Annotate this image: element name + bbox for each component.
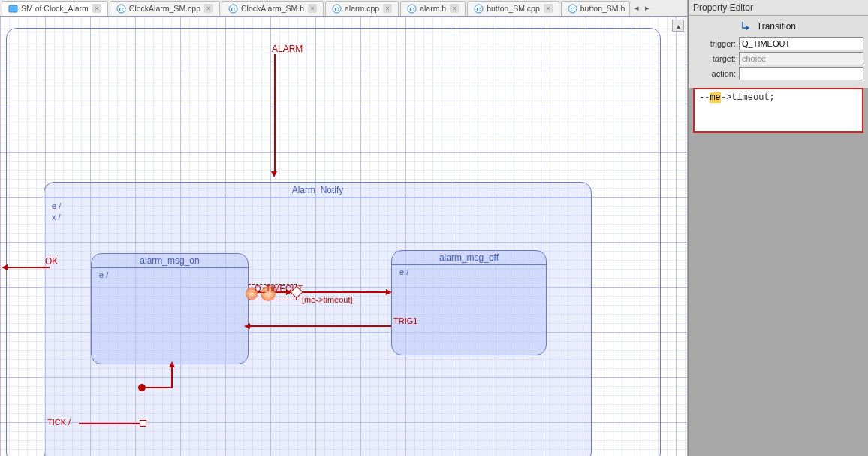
tab-label: button_SM.h	[580, 4, 625, 13]
close-icon[interactable]: ×	[383, 4, 392, 13]
tab-alarm-cpp[interactable]: C alarm.cpp ×	[325, 1, 399, 16]
c-icon: C	[407, 4, 417, 14]
tab-label: ClockAlarm_SM.h	[241, 4, 304, 13]
property-editor-title: Property Editor	[689, 0, 868, 16]
entry-action-label: e /	[99, 270, 108, 279]
tab-button-sm-cpp[interactable]: C button_SM.cpp ×	[467, 1, 559, 16]
code-highlight: me	[710, 92, 720, 103]
transition-tick[interactable]	[79, 423, 140, 424]
transition-ok[interactable]	[6, 267, 50, 268]
exit-action-label: x /	[52, 213, 61, 222]
panel-empty-area	[689, 133, 868, 456]
tab-alarm-h[interactable]: C alarm.h ×	[400, 1, 466, 16]
target-input[interactable]	[739, 52, 863, 65]
alarm-entry-label: ALARM	[272, 44, 303, 54]
entry-action-label: e /	[399, 267, 408, 276]
state-alarm-msg-on[interactable]: alarm_msg_on e /	[91, 253, 249, 364]
property-editor-panel: Property Editor Transition trigger: targ…	[688, 0, 868, 456]
tab-label: SM of Clock_Alarm	[21, 4, 89, 13]
action-code-editor[interactable]: --me->timeout;	[693, 88, 863, 133]
state-alarm-notify[interactable]: Alarm_Notify e / x / alarm_msg_on e / al…	[44, 182, 592, 456]
tab-label: button_SM.cpp	[487, 4, 540, 13]
close-icon[interactable]: ×	[92, 4, 101, 13]
close-icon[interactable]: ×	[204, 4, 213, 13]
c-icon: C	[568, 4, 577, 14]
diagram-canvas[interactable]: ▴ ALARM Alarm_Notify e / x / alarm_msg_o…	[0, 17, 687, 456]
tab-button-sm-h[interactable]: C button_SM.h	[561, 1, 630, 16]
tab-clockalarm-sm-h[interactable]: C ClockAlarm_SM.h ×	[222, 1, 324, 16]
close-icon[interactable]: ×	[308, 4, 317, 13]
svg-text:C: C	[231, 5, 236, 12]
property-section-label: Transition	[757, 21, 796, 32]
internal-trans-end	[140, 420, 146, 427]
transition-alarm-entry[interactable]	[274, 54, 276, 173]
entry-action-label: e /	[52, 201, 61, 210]
transition-initial[interactable]	[171, 366, 173, 388]
tab-clockalarm-sm-cpp[interactable]: C ClockAlarm_SM.cpp ×	[110, 1, 220, 16]
svg-text:C: C	[410, 5, 414, 12]
target-label: target:	[693, 54, 736, 63]
svg-text:C: C	[570, 5, 574, 12]
code-text: --	[699, 92, 710, 103]
transition-label-tick: TICK /	[47, 418, 71, 427]
state-alarm-msg-off[interactable]: alarm_msg_off e /	[391, 250, 547, 355]
c-icon: C	[228, 4, 238, 14]
state-title: alarm_msg_off	[392, 250, 546, 263]
guard-label: [me->timeout]	[302, 295, 353, 304]
arrowhead-icon	[2, 264, 8, 270]
close-icon[interactable]: ×	[450, 4, 459, 13]
arrowhead-icon	[169, 361, 175, 367]
scroll-up-button[interactable]: ▴	[672, 20, 684, 32]
svg-text:C: C	[477, 5, 481, 12]
tab-label: alarm.h	[420, 4, 446, 13]
action-input[interactable]	[739, 67, 863, 80]
tab-scroll-right[interactable]: ▸	[642, 3, 653, 14]
svg-text:C: C	[335, 5, 339, 12]
transition-initial[interactable]	[146, 387, 172, 388]
close-icon[interactable]: ×	[544, 4, 553, 13]
c-icon: C	[332, 4, 342, 14]
transition-label-trig1: TRIG1	[393, 316, 417, 325]
arrowhead-icon	[386, 289, 392, 295]
state-title: alarm_msg_on	[92, 253, 248, 266]
action-label: action:	[693, 69, 736, 78]
trigger-input[interactable]	[739, 37, 863, 50]
file-tabs: SM of Clock_Alarm × C ClockAlarm_SM.cpp …	[0, 0, 687, 17]
arrowhead-icon	[244, 323, 250, 329]
transition-trig1[interactable]	[249, 325, 391, 327]
tab-scroll-left[interactable]: ◂	[631, 3, 642, 14]
property-form: Transition trigger: target: action:	[689, 16, 868, 88]
transition-guard-to-off[interactable]	[303, 291, 390, 293]
sm-icon	[8, 4, 18, 14]
tab-sm-clock-alarm[interactable]: SM of Clock_Alarm ×	[2, 1, 108, 16]
trigger-label: trigger:	[693, 39, 736, 48]
transition-icon	[740, 20, 752, 32]
state-title: Alarm_Notify	[44, 182, 591, 195]
svg-rect-0	[9, 5, 17, 12]
c-icon: C	[116, 4, 126, 14]
tab-label: alarm.cpp	[345, 4, 379, 13]
svg-text:C: C	[119, 5, 123, 12]
code-text: ->timeout;	[721, 92, 775, 103]
c-icon: C	[474, 4, 484, 14]
arrowhead-icon	[271, 171, 277, 177]
initial-pseudostate[interactable]	[138, 384, 146, 391]
tab-label: ClockAlarm_SM.cpp	[129, 4, 200, 13]
transition-label-ok: OK	[45, 256, 58, 267]
